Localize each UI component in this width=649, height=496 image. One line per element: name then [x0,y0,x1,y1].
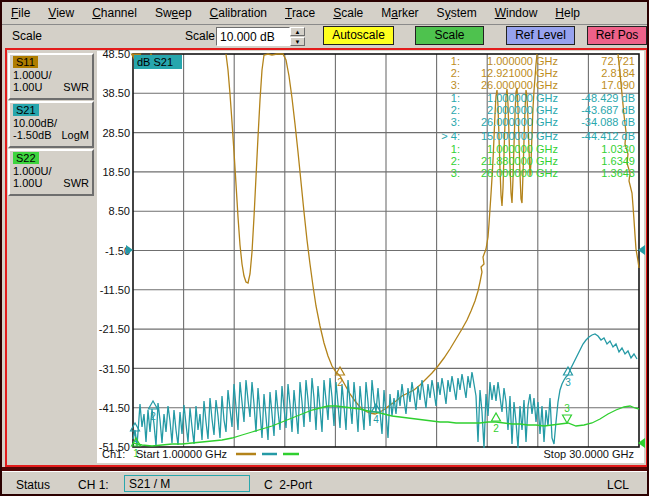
spinner-up-icon[interactable]: ▲ [290,27,305,36]
menu-item-sweep[interactable]: Sweep [146,3,201,23]
scale-button[interactable]: Scale [415,26,484,45]
graticule: 48.50 38.50 28.50 18.50 8.50 -1.50 -11.5… [96,50,645,465]
menu-item-system[interactable]: System [428,3,486,23]
y-tick: -21.50 [99,323,130,335]
marker-readout-cell: 17.090 [601,79,635,91]
y-tick: -41.50 [99,402,130,414]
analyzer-window: File View Channel Sweep Calibration Trac… [0,0,649,496]
trace-format-s22: SWR [63,177,89,189]
trace-status-sidebar: S11 1.000U/ 1.00U SWR S21 10.00dB/ -1.50… [8,53,96,197]
menu-bar: File View Channel Sweep Calibration Trac… [2,2,647,25]
marker-number-label: 2 [493,423,499,434]
trace-ref-s21: -1.50dB [13,129,52,141]
marker-readout-cell: -34.088 dB [581,116,635,128]
trace-format-s21: LogM [61,129,89,141]
y-tick: 18.50 [102,166,130,178]
marker-number-label: 2 [337,377,343,388]
marker-readout-cell: 1.6349 [601,155,635,167]
lcl-indicator: LCL [607,478,629,492]
scale-toolbar: Scale Scale ▲ ▼ Autoscale Scale Ref Leve… [2,25,647,48]
scale-field-label: Scale [185,29,215,43]
trace-button-s22[interactable]: S22 1.000U/ 1.00U SWR [8,149,94,196]
marker-readout-cell: 1: [451,143,460,155]
y-tick: 48.50 [102,50,130,60]
marker-readout-cell: > 4: [441,130,460,142]
trace-badge-s22: S22 [13,152,39,164]
marker-readout-cell: 12.921000 GHz [481,67,558,79]
marker-readout-cell: 2.000000 GHz [487,104,558,116]
trace-badge-s21: S21 [13,104,39,116]
marker-readout-cell: 2: [451,67,460,79]
status-label: Status [16,478,50,492]
scale-input[interactable] [216,27,290,46]
corner-label: dB S21 [137,56,173,68]
marker-readout-cell: 1: [451,55,460,67]
status-bar: Status CH 1: S21 / M C 2-Port LCL [2,471,647,496]
menu-item-window[interactable]: Window [486,3,547,23]
y-tick: 8.50 [109,205,130,217]
menu-item-trace[interactable]: Trace [276,3,324,23]
marker-readout-cell: 26.000000 GHz [481,79,558,91]
menu-item-channel[interactable]: Channel [83,3,146,23]
marker-readout-cell: -48.429 dB [581,92,635,104]
footer-start: Start 1.00000 GHz [136,448,227,460]
scale-spinner: ▲ ▼ [290,27,305,46]
y-tick: 28.50 [102,127,130,139]
marker-number-label: 2 [150,411,156,422]
marker-number-label: 4 [373,414,379,425]
marker-number-label: 3 [564,403,570,414]
marker-readout-cell: 1.000000 GHz [487,92,558,104]
ref-pos-button[interactable]: Ref Pos [587,26,647,45]
marker-readout-cell: 3: [451,116,460,128]
y-tick: -11.50 [100,284,130,296]
menu-item-calibration[interactable]: Calibration [201,3,276,23]
marker-number-label: 3 [565,377,571,388]
marker-readout-cell: 26.000000 GHz [481,116,558,128]
measurement-box: S21 / M [124,475,250,492]
menu-item-view[interactable]: View [39,3,83,23]
marker-readout-cell: 1.3643 [601,167,635,179]
marker-readout-cell: 2.8184 [601,67,635,79]
trace-button-s11[interactable]: S11 1.000U/ 1.00U SWR [8,53,94,100]
cal-status: C 2-Port [264,478,312,492]
y-tick: -31.50 [99,363,130,375]
menu-item-marker[interactable]: Marker [372,3,427,23]
marker-readout-cell: 3: [451,167,460,179]
status-channel: CH 1: [78,478,109,492]
trace-ref-s22: 1.00U [13,177,42,189]
marker-readout-cell: 3: [451,79,460,91]
marker-readout-cell: 15.000000 GHz [481,130,558,142]
trace-ref-s11: 1.00U [13,81,42,93]
marker-readout-cell: 21.880000 GHz [481,155,558,167]
marker-readout-cell: 2: [451,104,460,116]
marker-readout-cell: 1.0330 [601,143,635,155]
trace-scale-s21: 10.00dB/ [13,117,89,129]
marker-readout-cell: 1.000000 GHz [487,55,558,67]
menu-item-file[interactable]: File [2,3,39,23]
trace-format-s11: SWR [63,81,89,93]
trace-button-s21[interactable]: S21 10.00dB/ -1.50dB LogM [8,101,94,148]
marker-readout-cell: 72.721 [601,55,635,67]
marker-readout-cell: 1: [451,92,460,104]
footer-stop: Stop 30.0000 GHz [543,448,634,460]
ref-level-button[interactable]: Ref Level [506,26,575,45]
marker-readout-cell: 26.000000 GHz [481,167,558,179]
trace-scale-s11: 1.000U/ [13,69,89,81]
y-tick: 38.50 [102,87,130,99]
menu-item-scale[interactable]: Scale [324,3,372,23]
spinner-down-icon[interactable]: ▼ [290,37,305,46]
marker-readout-cell: -44.412 dB [581,130,635,142]
toolbar-context-label: Scale [12,29,42,43]
trace-scale-s22: 1.000U/ [13,165,89,177]
footer-channel: Ch1: [102,448,125,460]
marker-readout-cell: -43.687 dB [581,104,635,116]
menu-item-help[interactable]: Help [546,3,589,23]
trace-badge-s11: S11 [13,56,38,68]
marker-readout-cell: 2: [451,155,460,167]
marker-readout-cell: 1.000000 GHz [487,143,558,155]
autoscale-button[interactable]: Autoscale [323,26,394,45]
